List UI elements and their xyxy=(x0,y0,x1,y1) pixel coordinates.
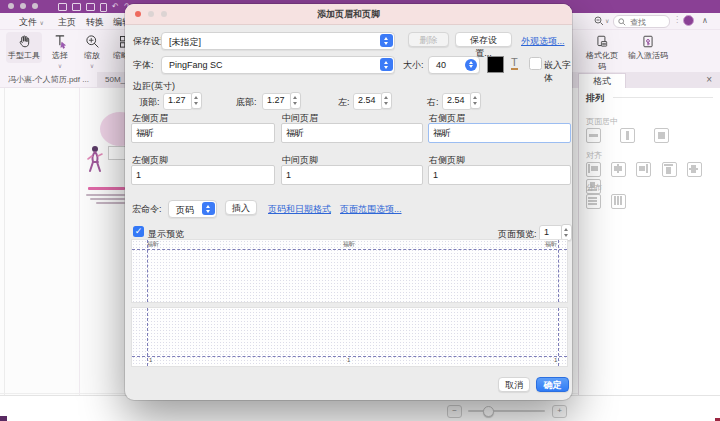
align-group-label: 对齐 xyxy=(586,150,602,161)
page-range-options-link[interactable]: 页面范围选项... xyxy=(340,203,402,216)
zoom-in-button[interactable]: + xyxy=(552,405,567,418)
application-window: ↶ ↷ 文件 ∨ 主页 转换 编辑 ∨ ⋮ ∧ 手型工具 选择 ∨ xyxy=(0,0,720,421)
format-page-number-button[interactable]: 格式化页码 xyxy=(584,32,620,74)
distribute-vertical-icon[interactable] xyxy=(611,194,626,209)
document-icon[interactable] xyxy=(100,3,107,12)
corner-artifact xyxy=(0,416,7,421)
preview-footer-left: 1 xyxy=(149,357,152,364)
open-file-icon[interactable] xyxy=(58,3,67,11)
print-icon[interactable] xyxy=(86,3,95,11)
margin-bottom-field[interactable]: 1.27 xyxy=(262,93,292,110)
arrange-section-title: 排列 xyxy=(586,92,604,105)
zoom-out-button[interactable]: − xyxy=(447,405,462,418)
center-both-icon[interactable] xyxy=(654,128,669,143)
preview-header-left: 福昕 xyxy=(147,241,159,248)
underline-style-icon[interactable]: T xyxy=(511,56,518,70)
page-number-date-format-link[interactable]: 页码和日期格式 xyxy=(268,203,331,216)
tool-label: 格式化页码 xyxy=(584,50,620,72)
close-panel-icon[interactable]: × xyxy=(706,74,712,85)
center-vertical-icon[interactable] xyxy=(586,128,601,143)
magnifier-plus-icon xyxy=(85,34,100,49)
chevron-down-icon[interactable]: ∨ xyxy=(58,63,62,69)
left-header-input[interactable] xyxy=(131,123,275,143)
save-settings-button[interactable]: 保存设置... xyxy=(455,32,512,47)
cancel-button[interactable]: 取消 xyxy=(498,377,530,392)
appearance-options-link[interactable]: 外观选项... xyxy=(521,35,565,48)
menu-file[interactable]: 文件 ∨ xyxy=(19,16,44,29)
top-margin-guide xyxy=(132,249,567,250)
menu-home[interactable]: 主页 xyxy=(58,16,76,29)
macro-label: 宏命令: xyxy=(132,203,162,216)
embed-font-checkbox[interactable] xyxy=(529,57,542,70)
chevron-down-icon[interactable]: ∨ xyxy=(90,63,94,69)
document-tab[interactable]: 冯小惠-个人简历.pdf ... xyxy=(0,72,105,87)
delete-button[interactable]: 删除 xyxy=(408,32,449,47)
margin-top-field[interactable]: 1.27 xyxy=(163,93,193,110)
font-color-swatch[interactable] xyxy=(487,56,504,73)
account-avatar[interactable] xyxy=(683,15,694,26)
resume-text-line xyxy=(90,198,125,200)
app-zoom-button[interactable] xyxy=(32,3,38,9)
insert-button[interactable]: 插入 xyxy=(225,200,257,215)
page-number-icon xyxy=(595,34,609,49)
ok-button[interactable]: 确定 xyxy=(536,377,569,392)
align-right-icon[interactable] xyxy=(636,162,651,177)
font-value: PingFang SC xyxy=(169,60,223,70)
show-preview-checkbox[interactable]: ✓ xyxy=(133,226,144,237)
tool-label: 选择 xyxy=(46,50,74,61)
distribute-icons xyxy=(586,194,636,211)
app-minimize-button[interactable] xyxy=(20,3,26,9)
align-top-icon[interactable] xyxy=(662,162,677,177)
middle-footer-input[interactable] xyxy=(281,165,423,185)
hand-tool-button[interactable]: 手型工具 xyxy=(6,32,42,63)
margin-right-stepper[interactable] xyxy=(470,92,481,109)
app-close-button[interactable] xyxy=(8,3,14,9)
left-footer-input[interactable] xyxy=(131,165,275,185)
search-box[interactable] xyxy=(613,15,670,28)
middle-header-input[interactable] xyxy=(281,123,423,143)
margin-bottom-stepper[interactable] xyxy=(290,92,301,109)
right-header-input[interactable] xyxy=(428,123,571,143)
activation-key-icon xyxy=(641,34,655,49)
font-popup[interactable]: PingFang SC xyxy=(161,56,395,74)
align-middle-icon[interactable] xyxy=(687,162,702,177)
macro-popup[interactable]: 页码 xyxy=(168,200,217,218)
margin-top-stepper[interactable] xyxy=(191,92,202,109)
chevron-down-icon[interactable]: ∨ xyxy=(605,17,609,24)
distribute-horizontal-icon[interactable] xyxy=(586,194,601,209)
zoom-slider-knob[interactable] xyxy=(483,406,494,417)
macro-value: 页码 xyxy=(176,204,194,217)
dialog-title: 添加页眉和页脚 xyxy=(125,8,572,21)
margin-left-field[interactable]: 2.54 xyxy=(353,93,383,110)
margins-title: 边距(英寸) xyxy=(133,80,175,93)
margin-right-field[interactable]: 2.54 xyxy=(442,93,472,110)
save-settings-popup[interactable]: [未指定] xyxy=(161,32,395,50)
divider xyxy=(613,97,713,98)
save-icon[interactable] xyxy=(72,3,81,11)
align-left-icon[interactable] xyxy=(586,162,601,177)
enter-activation-code-button[interactable]: 输入激活码 xyxy=(628,32,668,63)
zoom-tool-icon[interactable] xyxy=(594,16,604,26)
resume-text-line xyxy=(86,194,125,196)
menu-convert[interactable]: 转换 xyxy=(86,16,104,29)
font-size-combo[interactable]: 40 xyxy=(428,56,480,74)
align-center-icon[interactable] xyxy=(611,162,626,177)
margin-bottom-label: 底部: xyxy=(236,96,257,109)
undo-icon[interactable]: ↶ xyxy=(112,0,119,13)
tool-label: 输入激活码 xyxy=(628,50,668,61)
center-horizontal-icon[interactable] xyxy=(620,128,635,143)
popup-chevrons-icon xyxy=(202,202,215,215)
zoom-tool-button[interactable]: 缩放 ∨ xyxy=(78,32,106,72)
margin-right-label: 右: xyxy=(427,96,439,109)
select-tool-button[interactable]: 选择 ∨ xyxy=(46,32,74,72)
right-footer-input[interactable] xyxy=(428,165,571,185)
page-edge xyxy=(4,88,5,395)
add-header-footer-dialog: 添加页眉和页脚 保存设置: [未指定] 删除 保存设置... 外观选项... 字… xyxy=(125,4,572,400)
search-input[interactable] xyxy=(628,16,670,28)
left-margin-guide xyxy=(147,308,148,366)
margin-left-stepper[interactable] xyxy=(381,92,392,109)
zoom-slider-track[interactable] xyxy=(468,410,545,412)
collapse-ribbon-icon[interactable]: ∧ xyxy=(702,16,708,25)
preview-page-bottom: 1 1 1 xyxy=(131,307,568,367)
format-panel-tab[interactable]: 格式 xyxy=(578,73,626,89)
